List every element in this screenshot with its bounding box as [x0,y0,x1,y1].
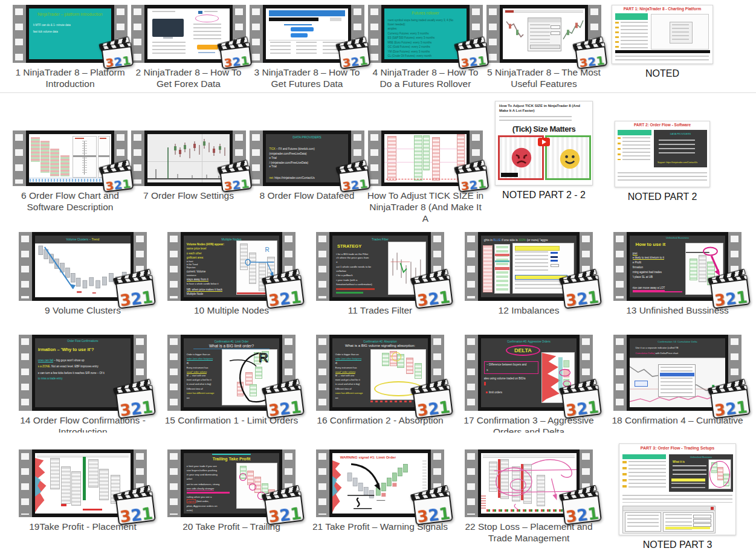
slide-line: e Profit [633,261,641,264]
green-header-block [622,454,666,459]
film-sprockets-left [486,5,500,63]
video-caption[interactable]: 6 Order Flow Chart and Software Descript… [11,190,129,213]
video-caption[interactable]: 1 NinjaTrader 8 – Platform Introduction [11,66,129,89]
video-item-3[interactable]: 321 3 NinjaTrader 8 – How To Get Futures… [248,5,366,89]
price-band [73,155,96,157]
slide-line: Every instrument has [187,367,208,369]
text-column [296,42,317,56]
props-panel [663,512,714,532]
video-item-1[interactable]: NinjaTrader – platform introduction It M… [11,5,129,89]
video-item-8[interactable]: DATA PROVIDERS TICK – FX and Futures (ki… [248,130,366,201]
slide-line: same price level [187,247,207,250]
video-item-14[interactable]: Order Flow Confirmations irmation – 'Why… [8,335,157,433]
video-caption[interactable]: 3 NinjaTrader 8 – How To Get Futures Dat… [248,66,366,89]
video-item-20[interactable]: Trailing Take Profit e limit your trade … [157,449,306,532]
slide-line: order (see other footprints [335,358,362,361]
video-item-19[interactable]: 321 19Take Profit - Placement [8,449,157,532]
slide-line: NB: when price makes it back [187,288,222,292]
delta-word: DELTA [506,345,540,356]
pink-circle [239,473,247,480]
blue-badge [635,381,648,387]
slide-line: with Delta/Price chart [654,352,678,355]
header-text: if one side is [501,239,519,242]
video-item-16[interactable]: Confirmation #2: Absorption What is a BI… [306,335,454,426]
doc-caption[interactable]: NOTED [645,68,679,79]
doc-item-noted-2[interactable]: PART 2: Order Flow - Software DATA PROVI… [603,121,722,202]
doc-item-noted-2-2[interactable]: How To Adjust TICK SIZE in NinjaTrader 8… [485,101,603,201]
video-item-10[interactable]: Multiple Nodes Volume Nodes (HVN) appear… [157,232,306,316]
banner-text: (Tick) Size Matters [496,124,592,134]
link-line [284,24,312,25]
form-lines [193,24,221,42]
doc-caption[interactable]: NOTED PART 2 - 2 [502,189,586,201]
media-player-classic-icon: 321 [709,383,751,419]
slide-line: ales using volume traded on BID/a [484,377,526,380]
slide-title: Unfinished Bussiness [630,236,725,239]
monitor-stand [163,37,173,39]
slide-line: ment symbol stops being traded usually e… [387,19,453,22]
video-caption[interactable]: 2 NinjaTrader 8 – How To Get Forex Data [129,66,248,89]
list-icons [618,137,621,160]
video-caption[interactable]: 12 Imbalances [499,304,560,316]
black-bar [615,50,710,53]
svg-text:R: R [259,351,268,364]
video-item-21[interactable]: WARNING signal #1: Limit Order [306,449,454,532]
video-caption[interactable]: 4 NinjaTrader 8 – How To Do a Futures Ro… [366,66,485,89]
doc-item-noted[interactable]: PART 1: NinjaTrader 8 - Charting Platfor… [603,5,722,79]
doc-text-lines [499,116,572,123]
slide-line: stays away from it [187,278,208,282]
video-caption[interactable]: 9 Volume Clusters [45,304,121,316]
list-lines [621,22,648,48]
video-caption[interactable]: 11 Trades Filter [348,304,413,316]
slide-line: ch where the price goes from [336,256,369,259]
video-item-9[interactable]: Volume Clusters – Trend 321 9 Volume Clu… [8,232,157,316]
film-sprockets-left [250,130,263,186]
pink-bar [187,492,230,494]
doc-caption[interactable]: NOTED PART 3 [643,539,712,550]
video-item-22[interactable]: 321 22 Stop Loss – Placement and Trade M… [454,449,603,544]
youtube-play-button [538,138,550,146]
video-item-5[interactable]: 321 5 NinjaTrader 8 – The Most Useful Fe… [485,5,603,89]
media-player-classic-icon: 321 [561,383,602,419]
red-mark [83,509,102,511]
list-icons [622,461,627,489]
red-header-line [75,138,84,139]
film-thumbnail: Volume Clusters – Trend 321 [19,232,147,301]
video-item-7[interactable]: 321 7 Order Flow Settings [129,130,248,201]
video-item-18[interactable]: Confirmation #4: Cumulative Delta Use it… [603,335,752,426]
media-player-classic-icon: 321 [219,164,253,193]
video-item-17[interactable]: Confirmation #3: Aggressive Orders DELTA… [454,335,603,433]
panel-lines [659,140,695,154]
slide-heading: How to use it [635,242,665,247]
document-thumb: PART 1: NinjaTrader 8 - Charting Platfor… [612,5,713,64]
video-caption[interactable]: 20 Take Profit – Trailing [183,521,280,532]
blue-button [291,33,308,37]
video-item-ticksize[interactable]: 321 How To Adjust TICK SIZE in NinjaTrad… [366,130,485,224]
row-separator [0,92,756,93]
slide-line: in your way and dominating [187,473,218,476]
yellow-circle-annotation [392,352,401,361]
film-screen: DATA PROVIDERS TICK – FX and Futures (ki… [263,130,351,186]
slide-heading: What is a BIG limit order? [193,344,270,349]
doc-title: PART 2: Order Flow - Software [616,123,708,127]
video-item-13[interactable]: Unfinished Bussiness How to use it pret … [603,232,752,316]
doc-caption[interactable]: NOTED PART 2 [628,191,697,202]
video-item-11[interactable]: Trades Filter STRATEGY t for a BIG trade… [306,232,454,316]
video-item-6[interactable]: 321 6 Order Flow Chart and Software Desc… [11,130,129,213]
film-thumbnail: NinjaTrader – platform introduction It M… [13,5,128,63]
video-caption[interactable]: 5 NinjaTrader 8 – The Most Useful Featur… [485,66,603,89]
angry-image-box [498,135,544,180]
video-caption[interactable]: How To Adjust TICK SIZE in NinjaTrader 8… [366,190,485,224]
film-thumbnail: 321 [13,130,128,186]
doc-item-noted-3[interactable]: PART 3: Order Flow - Trading Setups Unfi… [603,443,752,550]
video-caption[interactable]: 10 Multiple Nodes [194,304,269,316]
video-item-15[interactable]: Confirmation #1: Limit Order What is a B… [157,335,306,426]
media-player-classic-icon: 321 [101,40,134,69]
video-item-4[interactable]: Futures rollover ment symbol stops being… [366,5,485,89]
video-caption[interactable]: 7 Order Flow Settings [143,190,234,201]
film-thumbnail: 321 [368,130,483,186]
video-item-12[interactable]: ghts in BLUE if one side is 300% (or mor… [454,232,603,316]
video-item-2[interactable]: 321 2 NinjaTrader 8 – How To Get Forex D… [129,5,248,89]
blue-button [291,27,314,31]
site-header [269,10,344,16]
